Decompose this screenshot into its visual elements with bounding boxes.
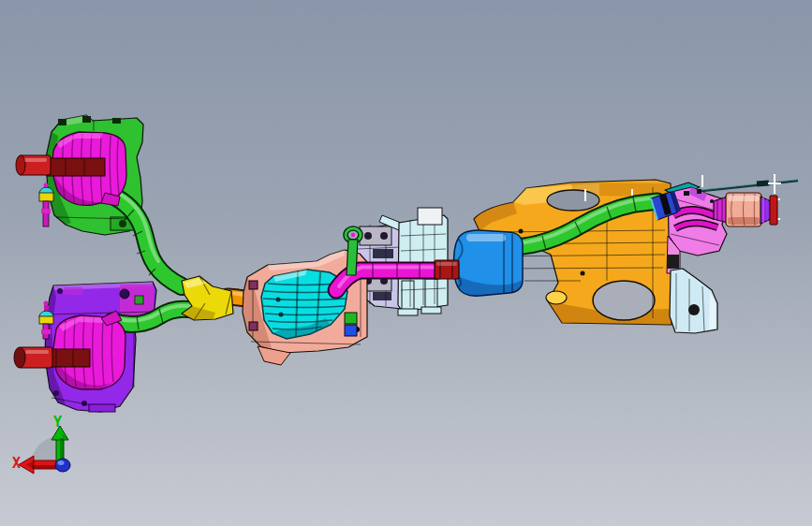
subframe-opening-top — [547, 190, 599, 211]
bracket-stem — [347, 240, 358, 275]
crossmember-white-block — [418, 208, 442, 225]
catalyst-flange — [770, 196, 777, 225]
crossmember-foot — [398, 309, 418, 315]
part-catalytic-converter[interactable] — [714, 193, 777, 226]
z-dot-highlight — [58, 460, 65, 465]
shield-bolt — [58, 119, 66, 125]
part-y-junction[interactable] — [182, 276, 233, 320]
shield-bolt — [249, 281, 258, 289]
part-pipe-flange[interactable] — [435, 260, 459, 279]
y-axis-label: Y — [53, 414, 62, 431]
tip-opening — [16, 155, 25, 175]
catalyst-outlet-cone — [760, 197, 771, 224]
shield-tab — [89, 404, 115, 412]
model-canvas[interactable]: Y X — [0, 0, 812, 526]
subframe-opening-bottom — [593, 281, 655, 320]
tip-opening — [14, 347, 25, 368]
bracket-pin — [351, 233, 355, 237]
crossmember-leg — [425, 279, 437, 311]
hanger-rod — [43, 201, 49, 226]
shield-bolt — [82, 116, 91, 123]
tip-highlight — [24, 158, 47, 162]
tip-highlight — [25, 350, 49, 354]
z-axis-dot[interactable] — [55, 459, 70, 472]
manifold-dark-block — [667, 255, 679, 269]
bracket-hole — [688, 304, 700, 315]
part-exhaust-tip-right[interactable] — [14, 347, 90, 368]
catalyst-shade — [728, 217, 760, 225]
shield-bolt — [249, 322, 258, 330]
muffler-highlight — [466, 234, 506, 241]
subframe-hole-small — [546, 291, 567, 304]
part-tailpipe-upper[interactable] — [116, 194, 182, 286]
tip-inner-pipe — [47, 158, 105, 176]
crossmember-foot — [421, 307, 441, 314]
hanger-band — [39, 193, 53, 201]
part-underfloor-muffler[interactable] — [454, 230, 524, 296]
bolt — [684, 191, 689, 196]
part-exhaust-tip-left[interactable] — [16, 155, 105, 176]
shield-magenta-patch — [64, 287, 82, 295]
rod-node — [757, 180, 769, 186]
part-mount-block-blue[interactable] — [345, 325, 357, 336]
hanger-band — [39, 316, 53, 324]
part-mount-block-green[interactable] — [345, 313, 357, 324]
bolt — [697, 189, 701, 194]
catalyst-highlight — [728, 196, 760, 201]
shield-green-clip — [135, 296, 143, 304]
flange-highlight — [436, 262, 457, 266]
shield-bolt — [112, 118, 121, 124]
part-rear-mount-bracket[interactable] — [670, 269, 717, 333]
crossmember-leg — [402, 281, 414, 313]
x-axis-label: X — [12, 455, 21, 472]
bolt-dot — [519, 229, 524, 234]
bolt-dot — [581, 271, 585, 276]
axis-triad[interactable]: Y X — [12, 414, 70, 474]
cad-viewport[interactable]: Y X — [0, 0, 812, 526]
